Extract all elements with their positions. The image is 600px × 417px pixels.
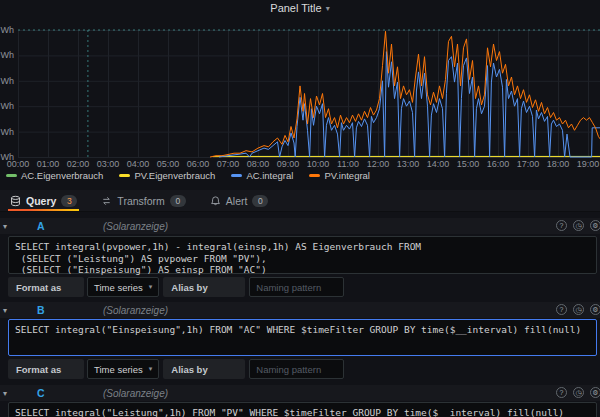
- query-c-sql-editor[interactable]: SELECT integral("Leistung",1h) FROM "PV"…: [8, 402, 597, 417]
- legend-swatch-icon: [6, 174, 17, 177]
- chevron-down-icon: ▾: [149, 365, 153, 373]
- legend-item[interactable]: PV.Eigenverbrauch: [119, 170, 215, 181]
- legend-swatch-icon: [231, 174, 242, 177]
- alias-by-input[interactable]: [249, 277, 344, 297]
- grafana-panel-editor: { "panel": { "title": "Panel Title" }, "…: [0, 0, 600, 417]
- query-c-actions: ? ◷ ⚙: [556, 387, 600, 398]
- legend-item[interactable]: AC.integral: [231, 170, 293, 181]
- svg-text:06:00: 06:00: [187, 159, 210, 169]
- svg-text:16:00: 16:00: [487, 159, 510, 169]
- svg-text:60 Wh: 60 Wh: [0, 76, 14, 86]
- svg-text:04:00: 04:00: [127, 159, 150, 169]
- legend-item[interactable]: PV.integral: [309, 170, 370, 181]
- svg-text:07:00: 07:00: [217, 159, 240, 169]
- svg-text:100 Wh: 100 Wh: [0, 25, 14, 35]
- legend-swatch-icon: [309, 174, 320, 177]
- tab-alert-count-badge: 0: [252, 195, 268, 207]
- gear-icon[interactable]: ⚙: [590, 304, 600, 315]
- svg-text:14:00: 14:00: [427, 159, 450, 169]
- query-b-ref-letter: B: [37, 304, 45, 316]
- svg-text:03:00: 03:00: [97, 159, 120, 169]
- svg-text:0 Wh: 0 Wh: [0, 152, 14, 162]
- editor-tab-bar: Query 3 Transform 0 Alert 0: [0, 190, 600, 212]
- query-c-ref-letter: C: [37, 387, 45, 399]
- alias-by-label: Alias by: [163, 359, 245, 379]
- query-a-header[interactable]: ▾ A (Solaranzeige) ? ◷ ⚙: [0, 218, 600, 234]
- alias-by-input[interactable]: [249, 359, 344, 379]
- svg-text:01:00: 01:00: [37, 159, 60, 169]
- legend-label: PV.integral: [324, 170, 370, 181]
- svg-text:18:00: 18:00: [547, 159, 570, 169]
- svg-text:15:00: 15:00: [457, 159, 480, 169]
- svg-text:02:00: 02:00: [67, 159, 90, 169]
- legend-label: PV.Eigenverbrauch: [134, 170, 215, 181]
- format-as-dropdown[interactable]: Time series ▾: [87, 277, 159, 297]
- svg-text:12:00: 12:00: [367, 159, 390, 169]
- format-as-value: Time series: [94, 364, 143, 375]
- chevron-down-icon[interactable]: ▾: [3, 306, 7, 315]
- bell-icon: [210, 195, 221, 207]
- format-as-label: Format as: [8, 277, 84, 297]
- gear-icon[interactable]: ⚙: [590, 387, 600, 398]
- query-a-datasource-label: (Solaranzeige): [103, 221, 168, 232]
- tab-query-label: Query: [26, 195, 56, 207]
- svg-text:40 Wh: 40 Wh: [0, 101, 14, 111]
- format-as-dropdown[interactable]: Time series ▾: [87, 359, 159, 379]
- tab-transform[interactable]: Transform 0: [99, 190, 187, 211]
- tab-query-count-badge: 3: [61, 195, 77, 207]
- legend-swatch-icon: [119, 174, 130, 177]
- tab-transform-label: Transform: [117, 195, 164, 207]
- query-a-sql-editor[interactable]: SELECT integral(pvpower,1h) - integral(e…: [8, 236, 597, 274]
- format-as-value: Time series: [94, 282, 143, 293]
- chevron-down-icon: ▾: [149, 283, 153, 291]
- format-as-label: Format as: [8, 359, 84, 379]
- legend-item[interactable]: AC.Eigenverbrauch: [6, 170, 103, 181]
- svg-text:09:00: 09:00: [277, 159, 300, 169]
- query-b-sql-editor[interactable]: SELECT integral("Einspeisung",1h) FROM "…: [8, 319, 597, 356]
- history-icon[interactable]: ◷: [573, 304, 584, 315]
- query-a-ref-letter: A: [37, 220, 45, 232]
- query-c-header[interactable]: ▾ C (Solaranzeige) ? ◷ ⚙: [0, 385, 600, 401]
- history-icon[interactable]: ◷: [573, 220, 584, 231]
- svg-text:17:00: 17:00: [517, 159, 540, 169]
- legend-label: AC.integral: [246, 170, 293, 181]
- chevron-down-icon[interactable]: ▾: [3, 389, 7, 398]
- chevron-down-icon[interactable]: ▾: [3, 222, 7, 231]
- history-icon[interactable]: ◷: [573, 387, 584, 398]
- time-series-chart[interactable]: 00:0001:0002:0003:0004:0005:0006:0007:00…: [0, 12, 600, 172]
- tab-alert-label: Alert: [226, 195, 248, 207]
- query-a-options-row: Format as Time series ▾ Alias by: [8, 277, 600, 297]
- query-c-datasource-label: (Solaranzeige): [103, 388, 168, 399]
- gear-icon[interactable]: ⚙: [590, 220, 600, 231]
- help-icon[interactable]: ?: [556, 220, 567, 231]
- help-icon[interactable]: ?: [556, 387, 567, 398]
- alias-by-label: Alias by: [163, 277, 245, 297]
- tab-alert[interactable]: Alert 0: [208, 190, 271, 211]
- query-b-actions: ? ◷ ⚙: [556, 304, 600, 315]
- transform-icon: [101, 195, 112, 207]
- svg-text:08:00: 08:00: [247, 159, 270, 169]
- svg-text:19:00: 19:00: [577, 159, 600, 169]
- legend-label: AC.Eigenverbrauch: [21, 170, 103, 181]
- svg-text:80 Wh: 80 Wh: [0, 50, 14, 60]
- help-icon[interactable]: ?: [556, 304, 567, 315]
- svg-text:10:00: 10:00: [307, 159, 330, 169]
- svg-text:05:00: 05:00: [157, 159, 180, 169]
- tab-query[interactable]: Query 3: [8, 190, 79, 211]
- tab-transform-count-badge: 0: [170, 195, 186, 207]
- svg-text:13:00: 13:00: [397, 159, 420, 169]
- query-b-options-row: Format as Time series ▾ Alias by: [8, 359, 600, 379]
- query-b-header[interactable]: ▾ B (Solaranzeige) ? ◷ ⚙: [0, 302, 600, 318]
- svg-text:20 Wh: 20 Wh: [0, 127, 14, 137]
- query-a-actions: ? ◷ ⚙: [556, 220, 600, 231]
- svg-text:11:00: 11:00: [337, 159, 359, 169]
- chart-legend: AC.EigenverbrauchPV.EigenverbrauchAC.int…: [6, 169, 600, 182]
- query-b-datasource-label: (Solaranzeige): [103, 305, 168, 316]
- database-icon: [10, 195, 21, 207]
